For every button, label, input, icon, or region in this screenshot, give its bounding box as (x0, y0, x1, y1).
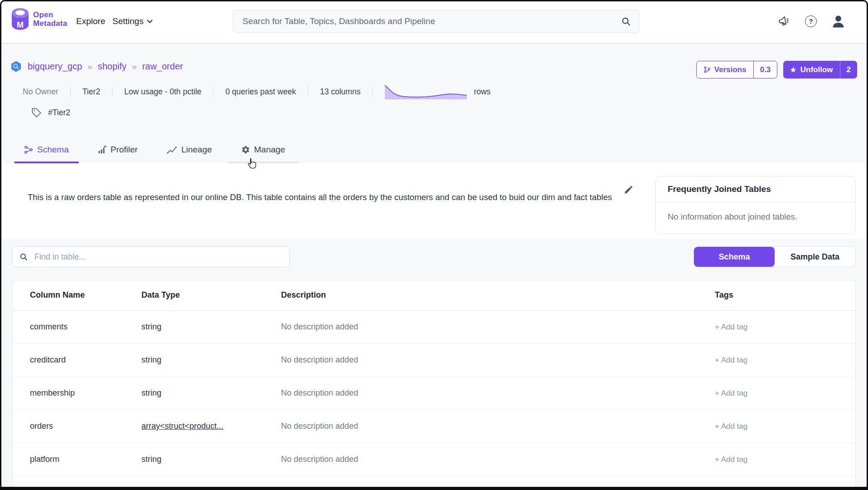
git-branch-icon (703, 66, 711, 74)
data-type-value: string (141, 322, 161, 331)
tags-header: Tags (661, 280, 855, 310)
add-tag-button[interactable]: + Add tag (661, 410, 855, 443)
breadcrumb-database[interactable]: shopify (98, 61, 126, 72)
description-cell: No description added (281, 377, 661, 410)
data-type-cell: string (141, 343, 281, 377)
stat-rows-label: rows (474, 87, 490, 97)
rows-sparkline-chart (384, 83, 467, 100)
joined-tables-title: Frequently Joined Tables (656, 176, 855, 202)
column-name-cell: membership (13, 377, 141, 410)
tab-profiler[interactable]: Profiler (88, 136, 148, 163)
versions-button[interactable]: Versions 0.3 (696, 61, 778, 78)
add-tag-button[interactable]: + Add tag (661, 310, 855, 343)
gear-icon (241, 145, 250, 154)
nav-settings[interactable]: Settings (112, 0, 153, 43)
frequently-joined-tables-card: Frequently Joined Tables No information … (655, 176, 856, 234)
column-name-cell: platform (13, 443, 141, 476)
add-tag-button[interactable]: + Add tag (661, 343, 855, 377)
breadcrumb-separator: » (132, 62, 137, 72)
data-type-header: Data Type (141, 280, 281, 310)
description-cell: No description added (281, 443, 661, 476)
openmetadata-logo-icon: M (11, 8, 29, 30)
find-in-table (12, 246, 290, 267)
table-stats-row: No Owner Tier2 Low usage - 0th pctile 0 … (23, 83, 490, 100)
schema-table: Column Name Data Type Description Tags c… (13, 280, 855, 476)
schema-view-button[interactable]: Schema (694, 247, 775, 267)
global-search (233, 10, 640, 33)
schema-table-body: comments string No description added + A… (13, 310, 855, 476)
find-in-table-input[interactable] (34, 252, 282, 262)
stat-columns: 13 columns (320, 87, 361, 97)
help-icon[interactable]: ? (805, 15, 817, 27)
stat-owner: No Owner (23, 87, 58, 97)
data-type-value[interactable]: array<struct<product... (141, 421, 223, 431)
column-name-cell: orders (13, 410, 141, 443)
view-toggle: Schema Sample Data (693, 246, 856, 267)
add-tag-button[interactable]: + Add tag (661, 443, 855, 476)
top-navbar: M Open Metadata Explore Settings (0, 0, 868, 43)
schema-table-card: Column Name Data Type Description Tags c… (12, 280, 856, 490)
profiler-icon (98, 145, 107, 154)
description-cell: No description added (281, 310, 661, 343)
table-row: orders array<struct<product... No descri… (13, 410, 855, 443)
star-icon: ★ (790, 66, 796, 73)
app-logo[interactable]: M Open Metadata (11, 8, 67, 30)
tag-icon (31, 107, 42, 118)
data-type-cell: string (141, 310, 281, 343)
stat-usage: Low usage - 0th pctile (124, 87, 201, 97)
sample-data-view-button[interactable]: Sample Data (775, 247, 855, 267)
nav-explore[interactable]: Explore (76, 0, 105, 43)
version-number: 0.3 (753, 61, 777, 78)
bigquery-service-icon (10, 60, 22, 73)
stat-tier: Tier2 (82, 87, 100, 97)
breadcrumb-table[interactable]: raw_order (142, 61, 183, 72)
stat-queries: 0 queries past week (225, 87, 296, 97)
svg-text:M: M (17, 20, 24, 29)
user-avatar[interactable] (831, 14, 846, 29)
search-icon[interactable] (621, 17, 631, 26)
tab-schema[interactable]: Schema (14, 136, 79, 163)
column-name-header: Column Name (13, 280, 141, 310)
edit-description-icon[interactable] (624, 185, 634, 195)
breadcrumb: bigquery_gcp » shopify » raw_order (10, 60, 183, 73)
window-bottom-edge (0, 487, 868, 490)
table-row: comments string No description added + A… (13, 310, 855, 343)
description-cell: No description added (281, 343, 661, 377)
breadcrumb-service[interactable]: bigquery_gcp (28, 61, 82, 72)
tab-lineage[interactable]: Lineage (157, 136, 222, 163)
data-type-cell: array<struct<product... (141, 410, 281, 443)
chevron-down-icon (147, 20, 153, 24)
tab-manage[interactable]: Manage (231, 136, 296, 163)
table-row: creditcard string No description added +… (13, 343, 855, 377)
tier-tag[interactable]: #Tier2 (31, 107, 70, 118)
brand-name: Open Metadata (33, 10, 67, 28)
data-type-value: string (141, 455, 161, 464)
header-actions: Versions 0.3 ★ Unfollow 2 (696, 61, 857, 78)
column-name-cell: creditcard (13, 343, 141, 377)
follower-count: 2 (840, 61, 857, 78)
table-description: This is a raw orders table as represente… (28, 190, 613, 205)
tag-label: #Tier2 (48, 108, 70, 118)
column-name-cell: comments (13, 310, 141, 343)
data-type-value: string (141, 388, 161, 397)
joined-tables-empty-message: No information about joined tables. (656, 202, 855, 233)
schema-table-header-row: Column Name Data Type Description Tags (13, 280, 855, 310)
data-type-value: string (141, 355, 161, 364)
find-search-icon (19, 253, 28, 261)
table-row: membership string No description added +… (13, 377, 855, 410)
entity-tabs: Schema Profiler Lineage Manage (14, 136, 295, 163)
global-search-input[interactable] (242, 16, 621, 27)
breadcrumb-separator: » (87, 62, 92, 72)
unfollow-button[interactable]: ★ Unfollow 2 (783, 61, 857, 78)
schema-icon (24, 145, 33, 154)
data-type-cell: string (141, 443, 281, 476)
description-header: Description (281, 280, 661, 310)
table-row: platform string No description added + A… (13, 443, 855, 476)
description-cell: No description added (281, 410, 661, 443)
add-tag-button[interactable]: + Add tag (661, 377, 855, 410)
lineage-icon (167, 146, 177, 154)
openmetadata-app: { "brand": { "line1": "Open", "line2": "… (0, 0, 868, 490)
announcements-icon[interactable] (778, 15, 790, 28)
data-type-cell: string (141, 377, 281, 410)
